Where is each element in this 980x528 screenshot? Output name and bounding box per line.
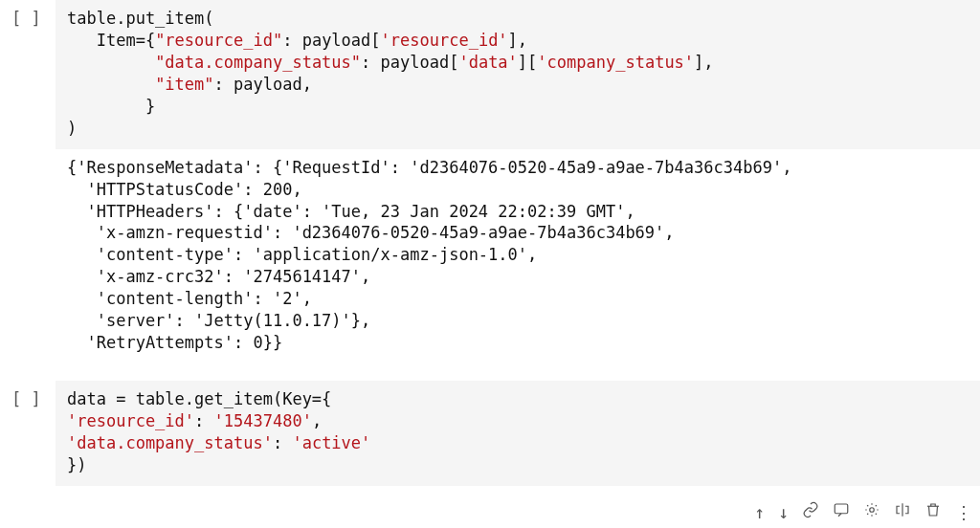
code-cell-2: [ ] data = table.get_item(Key={ 'resourc… <box>0 381 980 486</box>
cell-1-output: {'ResponseMetadata': {'RequestId': 'd236… <box>56 149 980 363</box>
code-cell-1: [ ] table.put_item( Item={"resource_id":… <box>0 0 980 149</box>
cell-1-input[interactable]: table.put_item( Item={"resource_id": pay… <box>56 0 980 149</box>
notebook-view: [ ] table.put_item( Item={"resource_id":… <box>0 0 980 486</box>
cell-2-input[interactable]: data = table.get_item(Key={ 'resource_id… <box>56 381 980 486</box>
cell-1-prompt: [ ] <box>0 0 56 30</box>
cell-1-output-gutter <box>0 149 56 157</box>
cell-2-prompt: [ ] <box>0 381 56 410</box>
code-cell-1-output-row: {'ResponseMetadata': {'RequestId': 'd236… <box>0 149 980 363</box>
